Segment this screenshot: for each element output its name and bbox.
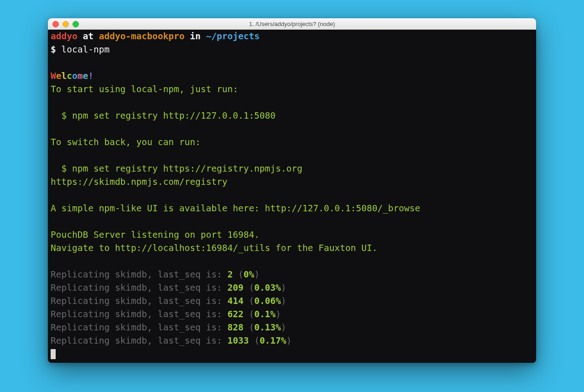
prompt-host: addyo-macbookpro — [99, 31, 185, 42]
prompt-at: at — [78, 31, 99, 42]
close-icon[interactable] — [52, 21, 59, 27]
replication-paren-open: ( — [244, 322, 254, 333]
replication-seq: 2 — [227, 269, 233, 280]
replication-paren-close: ) — [281, 322, 287, 333]
prompt-path: ~/projects — [206, 31, 259, 42]
welcome-letter: o — [72, 71, 78, 81]
fauxton-line: Navigate to http://localhost:16984/_util… — [51, 243, 377, 253]
replication-seq: 414 — [227, 296, 243, 306]
command-input[interactable]: local-npm — [61, 44, 110, 55]
replication-paren-open: ( — [244, 309, 254, 319]
replication-prefix: Replicating skimdb, last_seq is: — [51, 322, 227, 333]
welcome-letter: m — [78, 71, 83, 81]
replication-paren-close: ) — [281, 282, 287, 293]
replication-prefix: Replicating skimdb, last_seq is: — [51, 296, 227, 306]
replication-seq: 209 — [227, 282, 243, 293]
set-registry-local-line: $ npm set registry http://127.0.0.1:5080 — [51, 110, 276, 121]
replication-pct: 0.1% — [254, 309, 276, 319]
skimdb-url-line: https://skimdb.npmjs.com/registry — [51, 177, 227, 187]
welcome-letter: l — [62, 71, 67, 81]
replication-pct: 0.13% — [254, 322, 281, 333]
prompt-user: addyo — [51, 31, 78, 42]
zoom-icon[interactable] — [73, 21, 79, 27]
terminal-window: 1. /Users/addyo/projects? (node) addyo a… — [48, 18, 536, 363]
browse-ui-line: A simple npm-like UI is available here: … — [51, 203, 420, 214]
replication-pct: 0% — [244, 269, 254, 280]
welcome-letter: e — [56, 71, 62, 81]
minimize-icon[interactable] — [63, 21, 69, 27]
terminal-viewport[interactable]: addyo at addyo-macbookpro in ~/projects … — [48, 30, 536, 363]
start-using-line: To start using local-npm, just run: — [51, 84, 238, 94]
replication-paren-open: ( — [249, 335, 259, 346]
welcome-letter: e — [83, 71, 89, 81]
replication-prefix: Replicating skimdb, last_seq is: — [51, 335, 227, 346]
titlebar[interactable]: 1. /Users/addyo/projects? (node) — [48, 18, 536, 30]
replication-pct: 0.03% — [254, 282, 281, 293]
replication-prefix: Replicating skimdb, last_seq is: — [51, 269, 227, 280]
set-registry-npmjs-line: $ npm set registry https://registry.npmj… — [51, 163, 302, 174]
welcome-letter: W — [51, 71, 56, 81]
window-title: 1. /Users/addyo/projects? (node) — [48, 21, 536, 27]
replication-seq: 1033 — [227, 335, 249, 346]
welcome-letter: c — [67, 71, 72, 81]
replication-paren-close: ) — [276, 309, 281, 319]
cursor-icon — [51, 349, 56, 359]
pouchdb-line: PouchDB Server listening on port 16984. — [51, 230, 260, 240]
prompt-symbol: $ — [51, 44, 61, 55]
switch-back-line: To switch back, you can run: — [51, 137, 201, 147]
replication-seq: 828 — [227, 322, 243, 333]
replication-paren-open: ( — [233, 269, 243, 280]
replication-paren-open: ( — [244, 282, 254, 293]
replication-paren-close: ) — [254, 269, 260, 280]
replication-block: Replicating skimdb, last_seq is: 2 (0%) … — [51, 269, 292, 346]
replication-pct: 0.06% — [254, 296, 281, 306]
replication-paren-close: ) — [281, 296, 287, 306]
welcome-line: Welcome! — [51, 71, 94, 81]
replication-paren-open: ( — [244, 296, 254, 306]
replication-prefix: Replicating skimdb, last_seq is: — [51, 282, 227, 293]
traffic-lights — [52, 21, 79, 27]
replication-pct: 0.17% — [260, 335, 287, 346]
replication-prefix: Replicating skimdb, last_seq is: — [51, 309, 227, 319]
prompt-in: in — [185, 31, 206, 42]
replication-paren-close: ) — [287, 335, 292, 346]
replication-seq: 622 — [227, 309, 243, 319]
welcome-letter: ! — [88, 71, 94, 81]
